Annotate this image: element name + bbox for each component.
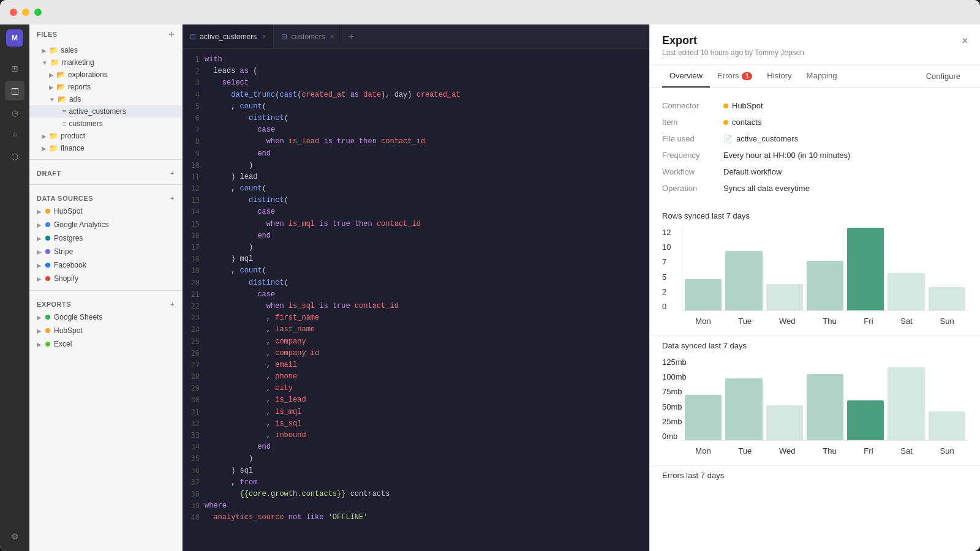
close-panel-button[interactable]: × <box>962 36 968 47</box>
settings-icon[interactable]: ⚙ <box>5 527 24 546</box>
code-line: , inbound <box>205 430 642 441</box>
source-item-stripe[interactable]: ▶ Stripe <box>29 245 182 258</box>
chart-bar <box>847 400 884 440</box>
sidebar-item-customers[interactable]: ≡ customers <box>29 118 182 130</box>
code-line: leads as ( <box>205 66 642 77</box>
code-line: end <box>205 230 642 242</box>
sidebar-item-sales[interactable]: ▶ 📁 sales <box>29 44 182 56</box>
close-button[interactable] <box>10 9 17 16</box>
folder-icon: 📁 <box>49 132 58 140</box>
status-dot <box>45 342 50 347</box>
folder-icon: 📁 <box>50 58 59 67</box>
line-numbers: 1234567891011121314151617181920212223242… <box>183 54 205 546</box>
chevron-icon: ▶ <box>37 249 42 255</box>
tab-history[interactable]: History <box>760 65 799 88</box>
code-line: , company_id <box>205 348 642 359</box>
code-line: ) lead <box>205 171 642 183</box>
chevron-icon: ▶ <box>37 235 42 242</box>
chart-bar <box>685 395 722 440</box>
editor-area: ⊟ active_customers × ⊟ customers × + 123… <box>183 24 649 551</box>
sidebar-item-product[interactable]: ▶ 📁 product <box>29 130 182 142</box>
source-item-google-analytics[interactable]: ▶ Google Analytics <box>29 218 182 231</box>
source-item-postgres[interactable]: ▶ Postgres <box>29 231 182 245</box>
code-editor[interactable]: 1234567891011121314151617181920212223242… <box>183 49 649 551</box>
tab-close-button[interactable]: × <box>262 32 266 41</box>
code-line: , first_name <box>205 312 642 324</box>
folder-icon: 📂 <box>56 70 66 79</box>
sidebar-item-ads[interactable]: ▼ 📂 ads <box>29 93 182 105</box>
tab-errors[interactable]: Errors3 <box>710 65 760 88</box>
code-line: when is_mql is true then contact_id <box>205 219 642 230</box>
chart-bar <box>929 411 965 440</box>
configure-button[interactable]: Configure <box>919 67 968 86</box>
add-file-button[interactable]: + <box>168 29 175 39</box>
errors-title: Errors last 7 days <box>662 471 968 480</box>
tab-mapping[interactable]: Mapping <box>799 65 845 88</box>
chevron-icon: ▶ <box>42 145 47 152</box>
chevron-icon: ▶ <box>37 328 42 334</box>
integrations-icon[interactable]: ⬡ <box>5 147 24 167</box>
y-labels: 125mb 100mb 75mb 50mb 25mb 0mb <box>662 358 679 441</box>
chart-bars <box>682 228 968 311</box>
sidebar-item-explorations[interactable]: ▶ 📂 explorations <box>29 69 182 81</box>
status-dot <box>45 315 50 320</box>
tab-bar: ⊟ active_customers × ⊟ customers × + <box>183 24 649 49</box>
export-item-excel[interactable]: ▶ Excel <box>29 337 182 351</box>
code-line: with <box>205 54 642 66</box>
file-used-row: File used 📄 active_customers <box>662 130 968 147</box>
sidebar-item-finance[interactable]: ▶ 📁 finance <box>29 142 182 154</box>
search-icon[interactable]: ○ <box>5 125 24 144</box>
source-item-facebook[interactable]: ▶ Facebook <box>29 258 182 272</box>
folder-icon: 📁 <box>49 144 58 152</box>
code-line: case <box>205 289 642 301</box>
frequency-row: Frequency Every hour at HH:00 (in 10 min… <box>662 147 968 163</box>
chevron-icon: ▶ <box>37 341 42 348</box>
code-line: {{core.growth.contacts}} contracts <box>205 489 642 500</box>
code-line: ) <box>205 453 642 465</box>
code-line: distinct( <box>205 113 642 124</box>
chart-bar <box>725 378 762 440</box>
maximize-button[interactable] <box>34 9 42 16</box>
operation-row: Operation Syncs all data everytime <box>662 180 968 197</box>
chevron-icon: ▶ <box>42 47 47 54</box>
history-icon[interactable]: ◷ <box>5 103 24 122</box>
code-line: select <box>205 77 642 89</box>
chart-bar <box>766 405 803 440</box>
add-export-button[interactable]: + <box>170 301 175 308</box>
add-tab-button[interactable]: + <box>342 24 360 48</box>
right-panel: Export × Last edited 10 hours ago by Tom… <box>649 24 980 551</box>
data-sources-section: DATA SOURCES + <box>29 190 182 204</box>
sidebar-item-marketing[interactable]: ▼ 📁 marketing <box>29 56 182 69</box>
rows-chart: 12 10 7 5 2 0 Mon Tue Wed Thu Fri S <box>662 228 968 326</box>
sidebar-item-active-customers[interactable]: ≡ active_customers <box>29 105 182 118</box>
code-line: ) <box>205 160 642 171</box>
export-header: Export × Last edited 10 hours ago by Tom… <box>650 24 980 65</box>
export-item-google-sheets[interactable]: ▶ Google Sheets <box>29 310 182 324</box>
minimize-button[interactable] <box>22 9 29 16</box>
sidebar-item-reports[interactable]: ▶ 📂 reports <box>29 81 182 93</box>
code-line: , from <box>205 477 642 489</box>
tab-active-customers[interactable]: ⊟ active_customers × <box>183 24 274 48</box>
files-icon[interactable]: ⊞ <box>5 59 24 78</box>
avatar[interactable]: M <box>6 29 23 47</box>
tab-close-button[interactable]: × <box>330 32 334 41</box>
errors-section: Errors last 7 days <box>650 465 980 497</box>
chevron-icon: ▶ <box>37 276 42 282</box>
source-item-shopify[interactable]: ▶ Shopify <box>29 272 182 285</box>
chart-bar <box>725 251 762 310</box>
chart-bar <box>685 279 722 310</box>
source-item-hubspot[interactable]: ▶ HubSpot <box>29 204 182 218</box>
y-labels: 12 10 7 5 2 0 <box>662 228 679 311</box>
tab-overview[interactable]: Overview <box>662 65 710 88</box>
status-dot <box>45 328 50 333</box>
tab-customers[interactable]: ⊟ customers × <box>274 24 342 48</box>
code-line: case <box>205 206 642 218</box>
add-draft-button[interactable]: + <box>170 170 175 177</box>
add-source-button[interactable]: + <box>170 195 175 202</box>
chart-bar <box>888 367 924 440</box>
sql-file-icon: ⊟ <box>190 32 196 41</box>
explorer-icon[interactable]: ◫ <box>5 81 24 100</box>
x-labels: Mon Tue Wed Thu Fri Sat Sun <box>682 446 968 455</box>
export-item-hubspot[interactable]: ▶ HubSpot <box>29 324 182 337</box>
data-chart-title: Data synced last 7 days <box>662 341 968 350</box>
